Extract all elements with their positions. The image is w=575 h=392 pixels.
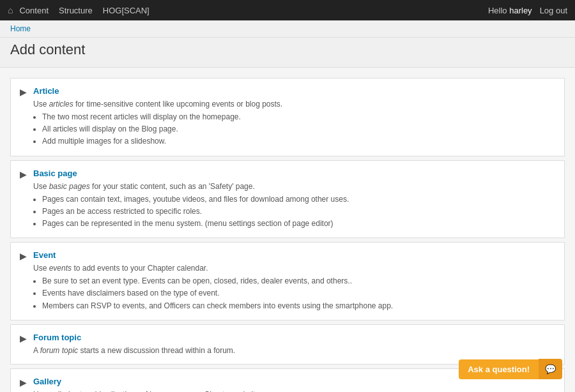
event-desc: Use events to add events to your Chapter… <box>33 262 555 312</box>
basic-page-link[interactable]: Basic page <box>33 169 555 178</box>
breadcrumb: Home <box>0 20 575 38</box>
page-title: Add content <box>0 38 575 68</box>
chat-icon[interactable]: 💬 <box>539 359 562 379</box>
hello-text: Hello harley <box>488 6 532 15</box>
ask-question-button[interactable]: Ask a question! <box>459 359 539 379</box>
forum-topic-desc: A forum topic starts a new discussion th… <box>33 345 555 356</box>
content-item-basic-page: ▶ Basic page Use basic pages for your st… <box>10 160 565 239</box>
home-icon[interactable]: ⌂ <box>8 5 13 15</box>
content-item-event: ▶ Event Use events to add events to your… <box>10 242 565 320</box>
item-body-article: Article Use articles for time-sensitive … <box>33 86 555 148</box>
item-body-event: Event Use events to add events to your C… <box>33 250 555 312</box>
nav-structure[interactable]: Structure <box>59 6 93 15</box>
ask-question-container: Ask a question! 💬 <box>459 359 562 379</box>
basic-page-desc: Use basic pages for your static content,… <box>33 181 555 230</box>
gallery-desc: Use galleries to add collections of imag… <box>33 389 555 392</box>
arrow-icon-gallery: ▶ <box>20 377 27 388</box>
nav-links: Content Structure HOG[SCAN] <box>19 6 487 15</box>
event-link[interactable]: Event <box>33 250 555 260</box>
arrow-icon-forum-topic: ▶ <box>20 333 27 343</box>
breadcrumb-home[interactable]: Home <box>10 24 31 33</box>
top-navigation: ⌂ Content Structure HOG[SCAN] Hello harl… <box>0 0 575 20</box>
username: harley <box>509 6 532 15</box>
article-link[interactable]: Article <box>33 86 555 96</box>
arrow-icon-article: ▶ <box>20 87 27 97</box>
arrow-icon-event: ▶ <box>20 251 27 261</box>
logout-link[interactable]: Log out <box>540 6 567 15</box>
content-item-article: ▶ Article Use articles for time-sensitiv… <box>10 78 565 156</box>
nav-hogscan[interactable]: HOG[SCAN] <box>103 6 150 15</box>
forum-topic-link[interactable]: Forum topic <box>33 333 555 342</box>
nav-content[interactable]: Content <box>19 6 49 15</box>
item-body-basic-page: Basic page Use basic pages for your stat… <box>33 169 555 230</box>
main-content: ▶ Article Use articles for time-sensitiv… <box>0 68 575 392</box>
article-desc: Use articles for time-sensitive content … <box>33 98 555 148</box>
user-section: Hello harley Log out <box>488 6 567 15</box>
arrow-icon-basic-page: ▶ <box>20 169 27 179</box>
item-body-forum-topic: Forum topic A forum topic starts a new d… <box>33 333 555 356</box>
